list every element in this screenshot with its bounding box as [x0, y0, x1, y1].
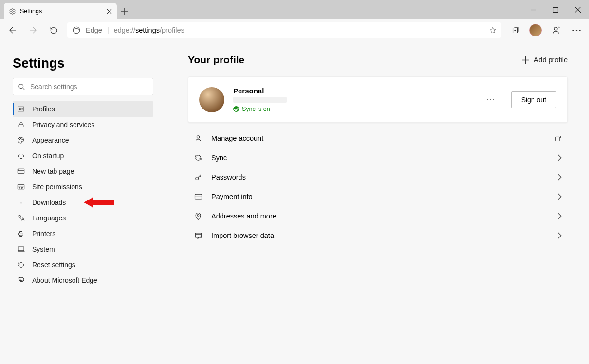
gear-icon [9, 8, 16, 15]
sidebar-item-new-tab-page[interactable]: New tab page [13, 164, 153, 179]
minimize-button[interactable] [522, 0, 544, 19]
chevron-right-icon [557, 154, 562, 161]
download-icon [17, 199, 25, 206]
address-bar[interactable]: Edge | edge://settings/profiles [67, 22, 501, 38]
close-window-button[interactable] [567, 0, 589, 19]
permissions-icon [17, 183, 25, 190]
svg-point-21 [197, 136, 199, 138]
profile-avatar[interactable] [526, 20, 545, 40]
sidebar-item-label: Appearance [32, 136, 69, 144]
sidebar-item-label: New tab page [32, 167, 74, 175]
sync-icon [194, 154, 202, 162]
reset-icon [17, 261, 25, 269]
main-heading: Your profile [188, 54, 244, 66]
option-label: Payment info [211, 193, 253, 200]
addr-url: edge://settings/profiles [114, 26, 184, 34]
add-profile-button[interactable]: Add profile [522, 56, 568, 64]
printer-icon [17, 230, 25, 237]
search-settings-input[interactable]: Search settings [13, 78, 153, 95]
lock-icon [17, 121, 25, 128]
new-tab-button[interactable] [117, 3, 132, 19]
search-icon [18, 83, 25, 91]
maximize-button[interactable] [544, 0, 567, 19]
svg-point-10 [19, 108, 21, 109]
sidebar-item-label: On startup [32, 152, 64, 160]
svg-point-23 [195, 177, 198, 180]
tab-settings[interactable]: Settings [4, 3, 117, 19]
search-placeholder: Search settings [30, 83, 77, 91]
svg-rect-19 [18, 247, 23, 251]
sidebar-item-system[interactable]: System [13, 241, 153, 257]
edge-icon [17, 276, 25, 284]
favorite-icon[interactable] [489, 26, 497, 34]
svg-rect-24 [195, 194, 202, 199]
palette-icon [17, 136, 25, 144]
sidebar-item-languages[interactable]: Languages [13, 210, 153, 226]
person-icon [194, 134, 202, 142]
card-icon [194, 193, 202, 200]
option-sync[interactable]: Sync [188, 148, 568, 167]
svg-point-17 [19, 187, 20, 188]
collections-button[interactable] [505, 20, 525, 40]
sidebar-item-privacy-and-services[interactable]: Privacy and services [13, 117, 153, 132]
sidebar-item-about-microsoft-edge[interactable]: About Microsoft Edge [13, 273, 153, 288]
import-icon [194, 232, 202, 239]
close-icon[interactable] [107, 9, 112, 14]
more-button[interactable] [567, 20, 586, 40]
option-label: Import browser data [211, 232, 274, 239]
check-icon [233, 106, 239, 112]
option-payment-info[interactable]: Payment info [188, 187, 568, 206]
addr-label: Edge [86, 26, 102, 34]
option-label: Passwords [211, 173, 246, 181]
forward-button[interactable] [23, 20, 43, 40]
refresh-button[interactable] [44, 20, 63, 40]
sidebar-item-printers[interactable]: Printers [13, 226, 153, 241]
svg-point-0 [12, 10, 14, 12]
sidebar-item-on-startup[interactable]: On startup [13, 148, 153, 164]
feedback-button[interactable] [546, 20, 566, 40]
back-button[interactable] [3, 20, 22, 40]
person-card-icon [17, 105, 25, 113]
option-addresses-and-more[interactable]: Addresses and more [188, 206, 568, 226]
svg-point-6 [575, 29, 577, 31]
profile-more-button[interactable]: ··· [487, 94, 496, 105]
profile-options-list: Manage accountSyncPasswordsPayment infoA… [188, 128, 568, 245]
sidebar-item-reset-settings[interactable]: Reset settings [13, 257, 153, 273]
svg-rect-18 [19, 233, 23, 235]
sidebar-item-label: Site permissions [32, 183, 82, 191]
plus-icon [522, 56, 529, 64]
main-panel: Your profile Add profile Personal Sync i… [166, 41, 589, 364]
svg-rect-1 [553, 7, 558, 12]
chevron-right-icon [557, 174, 562, 181]
profile-card: Personal Sync is on ··· Sign out [188, 76, 568, 123]
svg-point-12 [19, 139, 20, 140]
svg-point-7 [579, 29, 580, 31]
sidebar-item-site-permissions[interactable]: Site permissions [13, 179, 153, 195]
power-icon [17, 152, 25, 160]
option-import-browser-data[interactable]: Import browser data [188, 226, 568, 245]
sidebar-item-label: Downloads [32, 199, 66, 206]
sidebar-item-label: System [32, 245, 55, 253]
option-passwords[interactable]: Passwords [188, 167, 568, 187]
profile-email-redacted [233, 97, 287, 103]
sidebar-item-downloads[interactable]: Downloads [13, 195, 153, 210]
profile-name: Personal [233, 87, 287, 95]
svg-point-13 [20, 138, 21, 139]
annotation-arrow [84, 196, 114, 209]
chevron-right-icon [557, 213, 562, 219]
sidebar-item-appearance[interactable]: Appearance [13, 132, 153, 148]
window-controls [522, 0, 589, 19]
sign-out-button[interactable]: Sign out [511, 91, 556, 108]
language-icon [17, 214, 25, 222]
location-icon [194, 212, 202, 220]
content-area: Settings Search settings ProfilesPrivacy… [0, 41, 589, 364]
svg-rect-15 [18, 169, 24, 173]
sync-status: Sync is on [233, 106, 287, 112]
settings-sidebar: Settings Search settings ProfilesPrivacy… [0, 41, 166, 364]
sidebar-item-label: About Microsoft Edge [32, 276, 97, 284]
sidebar-item-label: Privacy and services [32, 121, 94, 128]
option-manage-account[interactable]: Manage account [188, 128, 568, 148]
sidebar-item-profiles[interactable]: Profiles [13, 101, 153, 117]
option-label: Manage account [211, 134, 263, 142]
svg-point-4 [554, 27, 557, 30]
